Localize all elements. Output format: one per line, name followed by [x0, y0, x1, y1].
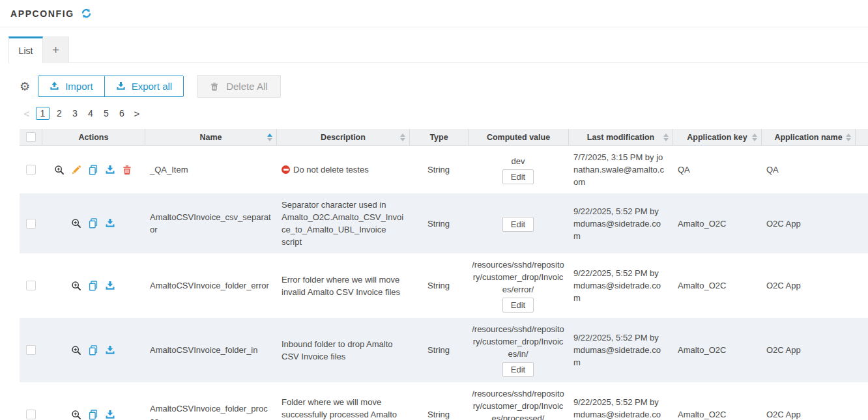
- edit-button[interactable]: Edit: [502, 298, 534, 313]
- view-icon[interactable]: [54, 165, 65, 175]
- download-icon[interactable]: [105, 345, 115, 356]
- row-stub: [855, 165, 868, 175]
- last-modification: 9/22/2025, 5:52 PM by mdumas@sidetrade.c…: [568, 326, 673, 374]
- view-icon[interactable]: [71, 345, 81, 356]
- copy-icon[interactable]: [88, 165, 98, 175]
- select-all-checkbox[interactable]: [26, 132, 36, 142]
- refresh-icon[interactable]: [81, 8, 92, 19]
- sort-icon[interactable]: [846, 133, 851, 141]
- row-checkbox[interactable]: [26, 281, 36, 290]
- column-label: Computed value: [487, 133, 550, 142]
- application-key: Amalto_O2C: [673, 274, 761, 297]
- table-row: AmaltoCSVInvoice_folder_errorError folde…: [20, 253, 868, 318]
- page-button-2[interactable]: 2: [51, 107, 67, 120]
- column-header-application-name[interactable]: Application name: [761, 129, 855, 145]
- last-modification: 9/22/2025, 5:52 PM by mdumas@sidetrade.c…: [568, 391, 673, 420]
- description-text: Inbound folder to drop Amalto CSV Invoic…: [282, 339, 393, 361]
- view-icon[interactable]: [71, 410, 81, 420]
- config-description: Folder where we will move successfully p…: [276, 391, 409, 420]
- column-header-actions[interactable]: Actions: [42, 129, 145, 145]
- page-button-6[interactable]: 6: [114, 107, 130, 120]
- last-modification: 7/7/2025, 3:15 PM by jonathan.swale@amal…: [568, 146, 673, 193]
- computed-value: dev: [472, 155, 564, 167]
- column-header-computed-value[interactable]: Computed value: [468, 129, 568, 145]
- row-checkbox[interactable]: [26, 345, 36, 355]
- column-label: Application name: [774, 133, 842, 142]
- actions-cell: [42, 213, 145, 234]
- application-name: QA: [761, 158, 855, 181]
- row-checkbox-cell: [20, 214, 42, 234]
- download-icon[interactable]: [105, 218, 115, 229]
- page-button-5[interactable]: 5: [98, 107, 114, 120]
- application-key: QA: [673, 158, 761, 181]
- column-header-type[interactable]: Type: [409, 129, 468, 145]
- actions-cell: [42, 404, 145, 420]
- view-icon[interactable]: [71, 218, 81, 229]
- application-key: Amalto_O2C: [673, 403, 761, 420]
- config-type: String: [409, 403, 468, 420]
- application-name: O2C App: [761, 339, 855, 361]
- copy-icon[interactable]: [88, 345, 98, 356]
- row-checkbox[interactable]: [26, 165, 36, 175]
- export-all-button[interactable]: Export all: [104, 76, 184, 96]
- download-icon[interactable]: [105, 410, 115, 420]
- config-type: String: [409, 212, 468, 235]
- tab-bar: List +: [8, 36, 868, 63]
- add-tab-button[interactable]: +: [43, 36, 69, 63]
- download-icon[interactable]: [105, 165, 115, 175]
- config-name: AmaltoCSVInvoice_folder_in: [145, 339, 276, 361]
- column-header-name[interactable]: Name: [145, 129, 276, 145]
- export-all-button-label: Export all: [132, 81, 173, 92]
- actions-cell: [42, 275, 145, 296]
- computed-value-cell: Edit: [468, 210, 568, 237]
- edit-button[interactable]: Edit: [502, 362, 534, 377]
- column-header-last-modification[interactable]: Last modification: [568, 129, 673, 145]
- sort-icon[interactable]: [267, 133, 272, 141]
- header-select-all-cell[interactable]: [20, 129, 42, 145]
- action-icons: [47, 281, 139, 291]
- page-buttons: 123456: [34, 107, 130, 120]
- tab-list[interactable]: List: [8, 36, 43, 63]
- sort-icon[interactable]: [752, 133, 757, 141]
- computed-value-cell: devEdit: [468, 150, 568, 189]
- edit-button[interactable]: Edit: [502, 217, 534, 232]
- column-header-description[interactable]: Description: [276, 129, 409, 145]
- delete-icon[interactable]: [122, 165, 132, 175]
- action-icons: [47, 345, 139, 356]
- column-label: Description: [321, 133, 366, 142]
- edit-button[interactable]: Edit: [502, 169, 534, 184]
- column-label: Type: [429, 133, 448, 142]
- page-button-4[interactable]: 4: [83, 107, 98, 120]
- delete-all-button[interactable]: Delete All: [197, 75, 280, 98]
- page-button-1[interactable]: 1: [36, 107, 50, 120]
- config-name: AmaltoCSVInvoice_csv_separator: [145, 206, 276, 241]
- sort-caret-up-icon: [846, 133, 851, 137]
- column-header-application-key[interactable]: Application key: [673, 129, 761, 145]
- sort-icon[interactable]: [663, 133, 669, 141]
- row-checkbox[interactable]: [26, 410, 36, 419]
- sort-caret-up-icon: [400, 133, 405, 137]
- edit-icon[interactable]: [71, 165, 81, 175]
- prev-page-button[interactable]: <: [20, 108, 34, 119]
- sort-caret-down-icon: [267, 138, 272, 141]
- table-body: _QA_ItemDo not delete testesStringdevEdi…: [20, 146, 868, 420]
- app-header: APPCONFIG: [0, 0, 868, 27]
- copy-icon[interactable]: [88, 281, 98, 291]
- pagination: < 123456 >: [20, 107, 868, 120]
- import-button[interactable]: Import: [38, 76, 104, 96]
- gear-icon[interactable]: ⚙: [20, 81, 30, 92]
- row-stub: [855, 218, 868, 229]
- copy-icon[interactable]: [88, 218, 98, 229]
- column-label: Last modification: [587, 133, 654, 142]
- page-button-3[interactable]: 3: [67, 107, 83, 120]
- sort-icon[interactable]: [400, 133, 405, 141]
- config-description: Inbound folder to drop Amalto CSV Invoic…: [276, 333, 409, 368]
- next-page-button[interactable]: >: [130, 108, 144, 119]
- download-icon[interactable]: [105, 281, 115, 291]
- copy-icon[interactable]: [88, 410, 98, 420]
- row-checkbox[interactable]: [26, 219, 36, 229]
- view-icon[interactable]: [71, 281, 81, 291]
- row-stub: [855, 281, 868, 291]
- actions-cell: [42, 160, 145, 180]
- application-name: O2C App: [761, 403, 855, 420]
